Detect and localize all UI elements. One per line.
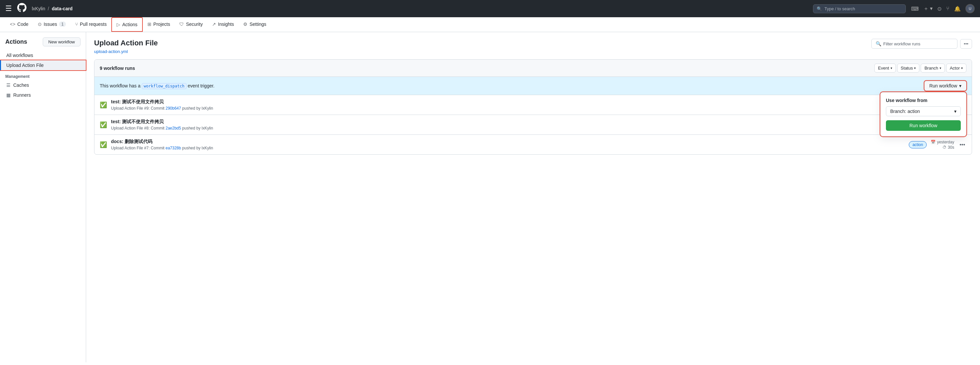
nav-code-label: Code [17, 22, 28, 27]
branch-select-button[interactable]: Branch: action ▾ [886, 106, 961, 116]
nav-actions-label: Actions [122, 22, 137, 27]
breadcrumb: lxKylin / data-card [32, 6, 73, 11]
nav-issues[interactable]: ⊙ Issues 1 [33, 17, 70, 32]
nav-security-label: Security [186, 22, 203, 27]
nav-insights[interactable]: ↗ Insights [207, 17, 239, 32]
run-meta: Upload Action File #8: Commit 2ae2bd5 pu… [111, 126, 922, 130]
issues-badge: 1 [59, 22, 66, 27]
nav-projects-label: Projects [153, 22, 170, 27]
clock-icon: ⏱ [943, 145, 947, 150]
main-layout: Actions New workflow All workflows Uploa… [0, 32, 980, 362]
event-filter-btn[interactable]: Event ▾ [874, 63, 896, 73]
settings-icon: ⚙ [243, 22, 248, 27]
run-meta: Upload Action File #9: Commit 290b647 pu… [111, 106, 945, 111]
sidebar-item-all-workflows[interactable]: All workflows [0, 50, 86, 60]
branch-label: Branch [924, 65, 938, 71]
nav-insights-label: Insights [218, 22, 234, 27]
filter-placeholder: Filter workflow runs [883, 41, 920, 46]
page-title: Upload Action File [94, 39, 158, 48]
run-time-area: 📅 yesterday ⏱ 30s [931, 140, 954, 150]
dropdown-title: Use workflow from [886, 98, 961, 103]
activity-icon[interactable]: ⊙ [937, 6, 942, 12]
table-row: ✅ docs: 删除测试代码 Upload Action File #7: Co… [94, 135, 972, 154]
run-success-icon: ✅ [100, 141, 107, 148]
event-chevron-icon: ▾ [891, 66, 892, 70]
run-info: docs: 删除测试代码 Upload Action File #7: Comm… [111, 139, 905, 150]
upload-action-file-label: Upload Action File [6, 63, 44, 68]
nav-projects[interactable]: ⊞ Projects [143, 17, 175, 32]
user-avatar[interactable]: U [966, 4, 975, 13]
event-label: Event [878, 65, 889, 71]
status-filter-btn[interactable]: Status ▾ [897, 63, 920, 73]
run-meta: Upload Action File #7: Commit ea7328b pu… [111, 146, 905, 150]
caches-label: Caches [13, 83, 29, 88]
run-info: test: 测试不使用文件拷贝 Upload Action File #8: C… [111, 119, 922, 130]
nav-settings[interactable]: ⚙ Settings [239, 17, 271, 32]
run-info: test: 测试不使用文件拷贝 Upload Action File #9: C… [111, 99, 945, 111]
run-workflow-toggle-button[interactable]: Run workflow ▾ [924, 81, 966, 91]
nav-actions[interactable]: ▷ Actions [111, 17, 143, 32]
nav-security[interactable]: 🛡 Security [175, 17, 207, 32]
add-menu-icon[interactable]: ＋ ▾ [923, 5, 932, 12]
caches-icon: ☰ [6, 83, 11, 88]
repo-nav: <> Code ⊙ Issues 1 ⑂ Pull requests ▷ Act… [0, 17, 980, 32]
branch-filter-btn[interactable]: Branch ▾ [921, 63, 945, 73]
run-success-icon: ✅ [100, 121, 107, 129]
hamburger-icon[interactable]: ☰ [5, 4, 12, 13]
content-header: Upload Action File upload-action.yml 🔍 F… [94, 39, 972, 54]
trigger-code: workflow_dispatch [142, 83, 186, 89]
run-workflow-btn-label: Run workflow [929, 83, 957, 89]
actor-chevron-icon: ▾ [961, 66, 963, 70]
pull-request-icon[interactable]: ⑂ [946, 6, 950, 11]
run-title[interactable]: docs: 删除测试代码 [111, 139, 905, 145]
sidebar-item-upload-action-file[interactable]: Upload Action File [0, 60, 86, 70]
commit-link[interactable]: ea7328b [165, 146, 181, 150]
filter-input[interactable]: 🔍 Filter workflow runs [871, 39, 958, 49]
run-more-button[interactable]: ••• [958, 140, 966, 149]
trigger-text: This workflow has a workflow_dispatch ev… [100, 83, 214, 89]
filter-area: 🔍 Filter workflow runs ••• [871, 39, 972, 49]
nav-settings-label: Settings [250, 22, 266, 27]
trigger-text-1: This workflow has a [100, 83, 140, 89]
nav-issues-label: Issues [44, 22, 57, 27]
run-title[interactable]: test: 测试不使用文件拷贝 [111, 99, 945, 105]
run-title[interactable]: test: 测试不使用文件拷贝 [111, 119, 922, 125]
workflow-file-link-area: upload-action.yml [94, 49, 158, 54]
projects-icon: ⊞ [148, 22, 151, 27]
new-workflow-button[interactable]: New workflow [43, 37, 81, 46]
nav-code[interactable]: <> Code [5, 17, 33, 32]
run-workflow-dropdown: Use workflow from Branch: action ▾ Run w… [880, 92, 966, 136]
owner-link[interactable]: lxKylin [32, 6, 45, 11]
search-bar[interactable]: 🔍 Type / to search [813, 4, 906, 13]
search-placeholder: Type / to search [825, 6, 856, 11]
run-workflow-chevron-icon: ▾ [959, 83, 961, 89]
trigger-text-2: event trigger. [188, 83, 215, 89]
main-content: Upload Action File upload-action.yml 🔍 F… [86, 32, 980, 362]
run-workflow-action-button[interactable]: Run workflow [886, 120, 961, 131]
sidebar-item-runners[interactable]: ▦ Runners [0, 90, 86, 100]
branch-select-chevron-icon: ▾ [954, 109, 956, 114]
workflow-file-link[interactable]: upload-action.yml [94, 49, 128, 54]
nav-pr-label: Pull requests [80, 22, 107, 27]
sidebar-item-caches[interactable]: ☰ Caches [0, 80, 86, 90]
repo-name: data-card [52, 6, 73, 11]
actor-filter-btn[interactable]: Actor ▾ [946, 63, 966, 73]
top-nav-actions: ⌨ ＋ ▾ ⊙ ⑂ 🔔 U [911, 4, 975, 13]
workflow-table-header: 9 workflow runs Event ▾ Status ▾ Branch … [94, 60, 972, 77]
github-logo [17, 3, 27, 14]
management-section-header: Management [0, 73, 86, 80]
run-badge[interactable]: action [909, 141, 927, 148]
notification-icon[interactable]: 🔔 [954, 6, 961, 12]
run-time-label: yesterday [937, 140, 954, 144]
commit-link[interactable]: 290b647 [165, 106, 181, 111]
workflow-count: 9 workflow runs [100, 65, 135, 71]
terminal-icon[interactable]: ⌨ [911, 6, 919, 12]
run-duration: 30s [948, 145, 954, 150]
run-workflow-button-area: Run workflow ▾ Use workflow from Branch:… [924, 81, 966, 91]
filter-more-button[interactable]: ••• [960, 39, 972, 49]
search-icon: 🔍 [817, 6, 822, 11]
commit-link[interactable]: 2ae2bd5 [165, 126, 181, 130]
run-success-icon: ✅ [100, 102, 107, 109]
sidebar: Actions New workflow All workflows Uploa… [0, 32, 86, 362]
nav-pull-requests[interactable]: ⑂ Pull requests [70, 17, 111, 32]
